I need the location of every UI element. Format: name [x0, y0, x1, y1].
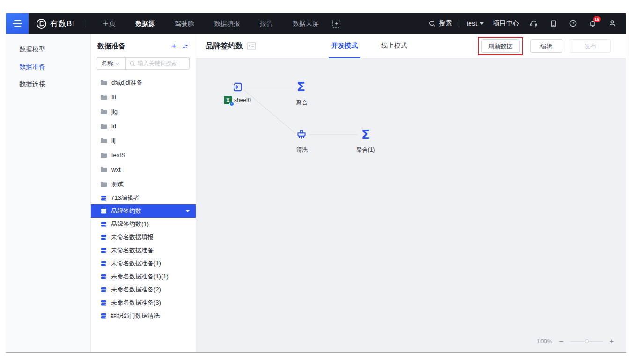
left-sidebar: 数据模型 数据准备 数据连接 [6, 34, 91, 352]
prep-item[interactable]: 未命名数据填报 [91, 231, 196, 244]
nav-item-data-entry[interactable]: 数据填报 [204, 13, 250, 34]
prep-item-label: 713编辑者 [111, 194, 140, 202]
folder-item[interactable]: 测试 [91, 177, 196, 191]
dataset-icon [101, 208, 107, 214]
help-button[interactable] [563, 13, 583, 34]
aggregate1-node[interactable]: Σ [359, 128, 373, 142]
support-button[interactable] [524, 13, 544, 34]
folder-item[interactable]: flt [91, 90, 196, 104]
tab-dev-mode[interactable]: 开发模式 [329, 34, 360, 58]
panel-title: 数据准备 [97, 42, 171, 51]
folder-item[interactable]: wxt [91, 162, 196, 177]
mode-tabs: 开发模式 线上模式 [329, 34, 410, 58]
item-actions-caret-icon[interactable] [186, 210, 190, 212]
dataset-icon [101, 274, 107, 280]
sort-button[interactable] [182, 43, 189, 50]
zoom-slider-knob[interactable] [585, 339, 589, 343]
folder-item[interactable]: ld [91, 119, 196, 133]
search-icon [429, 20, 436, 27]
project-center-link[interactable]: 项目中心 [493, 19, 519, 28]
prep-item-label: 未命名数据填报 [111, 233, 154, 241]
import-icon [231, 81, 243, 93]
clean-node[interactable] [295, 129, 308, 141]
nav-item-datasource[interactable]: 数据源 [125, 13, 165, 34]
input-node-label[interactable]: X ✓ sheet0 [224, 96, 251, 104]
global-search[interactable]: 搜索 [429, 19, 452, 28]
prep-item[interactable]: 组织部门数据清洗 [91, 309, 196, 322]
sigma-icon: Σ [361, 127, 370, 142]
nav-item-cockpit[interactable]: 驾驶舱 [165, 13, 204, 34]
zoom-slider[interactable] [570, 341, 603, 342]
prep-item-label: 未命名数据准备(3) [111, 298, 161, 307]
add-prep-button[interactable]: + [171, 43, 176, 50]
tab-online-mode[interactable]: 线上模式 [378, 34, 410, 58]
sidebar-item-data-preparation[interactable]: 数据准备 [6, 58, 90, 75]
nav-item-dashboard[interactable]: 数据大屏 [283, 13, 329, 34]
app-logo: 有数BI [36, 18, 74, 29]
prep-item[interactable]: 未命名数据准备 [91, 244, 196, 257]
keyword-search-input[interactable]: 输入关键词搜索 [126, 59, 189, 67]
folder-item[interactable]: llj [91, 133, 196, 148]
input-node[interactable] [231, 81, 243, 93]
top-navbar: 有数BI 主页 数据源 驾驶舱 数据填报 报告 数据大屏 + 搜索 test 项… [6, 13, 626, 34]
folder-item[interactable]: jlg [91, 104, 196, 119]
user-profile-button[interactable] [603, 13, 622, 34]
sidebar-item-data-connection[interactable]: 数据连接 [6, 75, 90, 93]
account-name: test [466, 20, 477, 27]
prep-item[interactable]: 未命名数据准备(2) [91, 283, 196, 296]
headset-icon [529, 19, 538, 28]
folder-icon [101, 138, 107, 144]
canvas-zoom-control: 100% − + [537, 338, 614, 345]
prep-item[interactable]: 未命名数据准备(1)(1) [91, 270, 196, 283]
add-module-icon[interactable]: + [332, 20, 340, 28]
search-icon [130, 61, 135, 66]
prep-item[interactable]: 品牌签约数(1) [91, 218, 196, 231]
nav-item-home[interactable]: 主页 [93, 13, 125, 34]
dataset-icon [101, 221, 107, 227]
dataset-icon [101, 234, 107, 240]
dataset-icon [101, 313, 107, 319]
folder-icon [101, 109, 107, 115]
filter-field-label: 名称 [101, 59, 113, 68]
device-preview-button[interactable] [544, 13, 563, 34]
sidebar-item-data-model[interactable]: 数据模型 [6, 41, 90, 58]
mobile-device-icon [550, 20, 558, 28]
prep-item[interactable]: 713编辑者 [91, 191, 196, 204]
flow-edges [196, 58, 626, 352]
broom-icon [295, 129, 308, 141]
filter-field-select[interactable]: 名称 [97, 59, 125, 68]
detail-card-icon[interactable] [247, 42, 256, 50]
nav-item-report[interactable]: 报告 [250, 13, 283, 34]
notifications-button[interactable]: 16 [583, 13, 603, 34]
account-menu[interactable]: test [466, 20, 484, 27]
zoom-in-button[interactable]: + [610, 338, 614, 345]
prep-item[interactable]: 未命名数据准备(1) [91, 257, 196, 270]
refresh-data-button[interactable]: 刷新数据 [481, 39, 520, 53]
sort-icon [182, 43, 189, 50]
folder-icon [101, 124, 107, 129]
dataset-icon [101, 261, 107, 267]
divider [459, 20, 459, 27]
folder-label: ld [111, 123, 116, 130]
header-buttons: 刷新数据 编辑 发布 [478, 34, 611, 58]
folder-icon [101, 182, 107, 187]
edit-button[interactable]: 编辑 [530, 39, 562, 53]
aggregate-node[interactable]: Σ [294, 80, 308, 94]
zoom-out-button[interactable]: − [559, 338, 563, 345]
app-window: 有数BI 主页 数据源 驾驶舱 数据填报 报告 数据大屏 + 搜索 test 项… [6, 13, 626, 353]
folder-icon [101, 153, 107, 158]
folder-item[interactable]: d域djdl准备 [91, 75, 196, 90]
hamburger-menu-button[interactable] [6, 13, 29, 34]
dataset-icon [101, 287, 107, 293]
check-badge-icon: ✓ [229, 102, 234, 106]
aggregate-node-label: 聚合 [290, 99, 314, 107]
logo-text: 有数BI [50, 18, 74, 29]
prep-item-label: 未命名数据准备 [111, 246, 154, 255]
flow-canvas[interactable]: X ✓ sheet0 Σ 聚合 [196, 58, 626, 352]
prep-item-selected[interactable]: 品牌签约数 [91, 204, 196, 218]
chevron-down-icon [480, 22, 484, 25]
sheet-name: sheet0 [234, 97, 251, 103]
folder-item[interactable]: testS [91, 148, 196, 162]
prep-list: d域djdl准备 flt jlg ld llj [91, 73, 196, 352]
prep-item[interactable]: 未命名数据准备(3) [91, 296, 196, 309]
